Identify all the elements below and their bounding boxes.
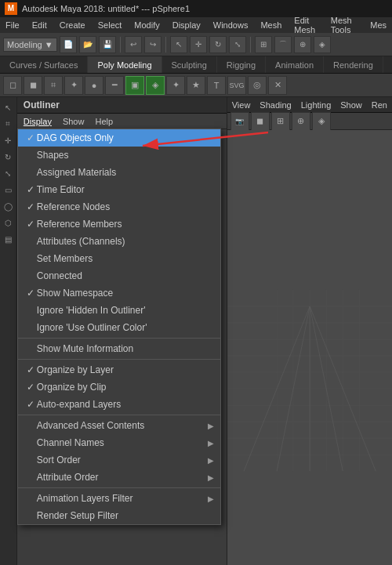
tb2-close[interactable]: ✕ (268, 76, 287, 95)
redo-button[interactable]: ↪ (144, 36, 162, 53)
tb2-paint[interactable]: ✦ (64, 76, 83, 95)
dd-time-editor[interactable]: ✓ Time Editor (18, 181, 220, 198)
dd-organize-by-layer[interactable]: ✓ Organize by Layer (18, 361, 220, 378)
dd-organize-by-clip[interactable]: ✓ Organize by Clip (18, 378, 220, 396)
new-scene-button[interactable]: 📄 (60, 36, 77, 53)
arrow-advanced-asset-contents: ▶ (208, 422, 214, 430)
dd-ignore-outliner-color[interactable]: Ignore 'Use Outliner Color' (18, 319, 220, 336)
select-tool[interactable]: ↖ (170, 36, 187, 53)
dd-shapes[interactable]: Shapes (18, 147, 220, 164)
tb2-lasso[interactable]: ⌗ (44, 76, 63, 95)
dd-label-ignore-hidden: Ignore 'Hidden In Outliner' (37, 305, 214, 316)
sphere-icon[interactable]: ⬡ (1, 215, 15, 230)
tab-sculpting[interactable]: Sculpting (162, 56, 217, 73)
menu-select[interactable]: Select (96, 20, 125, 30)
vp-grid-icon[interactable]: ⊞ (271, 112, 290, 131)
tb2-text[interactable]: T (207, 76, 226, 95)
move-icon[interactable]: ✛ (1, 133, 15, 147)
rect-select-icon[interactable]: ▭ (1, 183, 15, 197)
menu-edit[interactable]: Edit (30, 20, 49, 30)
vp-shading-icon[interactable]: ◼ (251, 112, 270, 131)
tab-rendering[interactable]: Rendering (324, 56, 383, 73)
toolbar2: ◻ ◼ ⌗ ✦ ● ━ ▣ ◈ ✦ ★ T SVG ◎ ✕ (0, 74, 392, 97)
undo-button[interactable]: ↩ (125, 36, 142, 53)
menu-edit-mesh[interactable]: Edit Mesh (292, 16, 320, 34)
tb2-uvs[interactable]: ◈ (146, 76, 165, 95)
tab-curves-surfaces[interactable]: Curves / Surfaces (0, 56, 88, 73)
tb2-svg[interactable]: SVG (227, 76, 246, 95)
menu-modify[interactable]: Modify (132, 20, 162, 30)
vp-camera-icon[interactable]: 📷 (230, 112, 249, 131)
dd-attribute-order[interactable]: Attribute Order ▶ (18, 469, 220, 486)
outliner-menu-show[interactable]: Show (63, 117, 85, 126)
viewport-menu-show[interactable]: Show (340, 100, 362, 110)
lasso-icon[interactable]: ⌗ (1, 117, 15, 131)
dd-label-ignore-outliner-color: Ignore 'Use Outliner Color' (37, 322, 214, 333)
outliner-menu-help[interactable]: Help (95, 117, 113, 126)
snap-view-button[interactable]: ◈ (314, 36, 331, 53)
dd-auto-expand-layers[interactable]: ✓ Auto-expand Layers (18, 396, 220, 413)
dd-attributes-channels[interactable]: Attributes (Channels) (18, 233, 220, 250)
vp-select-icon[interactable]: ◈ (312, 112, 331, 131)
viewport-menu-lighting[interactable]: Lighting (301, 100, 332, 110)
open-scene-button[interactable]: 📂 (79, 36, 96, 53)
dd-label-show-namespace: Show Namespace (37, 288, 214, 299)
menu-mesh-tools[interactable]: Mesh Tools (328, 16, 360, 34)
menu-file[interactable]: File (3, 20, 22, 30)
tb2-camera[interactable]: ◎ (248, 76, 267, 95)
scale-tool[interactable]: ⤡ (229, 36, 246, 53)
sculpt-icon[interactable]: ◯ (1, 199, 15, 213)
menu-mes[interactable]: Mes (368, 20, 389, 30)
menu-mesh[interactable]: Mesh (258, 20, 284, 30)
scale-icon[interactable]: ⤡ (1, 166, 15, 180)
3d-viewport[interactable] (227, 130, 392, 565)
dd-sort-order[interactable]: Sort Order ▶ (18, 451, 220, 469)
menu-create[interactable]: Create (57, 20, 88, 30)
tb2-select-all[interactable]: ◻ (3, 76, 22, 95)
tb2-select-none[interactable]: ◼ (24, 76, 42, 95)
dd-render-setup-filter[interactable]: Render Setup Filter (18, 507, 220, 524)
tb2-face[interactable]: ▣ (125, 76, 144, 95)
viewport-menu-ren[interactable]: Ren (372, 100, 387, 110)
tb2-multi[interactable]: ✦ (166, 76, 185, 95)
rotate-icon[interactable]: ↻ (1, 150, 15, 164)
move-tool[interactable]: ✛ (190, 36, 207, 53)
dd-connected[interactable]: Connected (18, 267, 220, 284)
dd-set-members[interactable]: Set Members (18, 250, 220, 267)
tab-animation[interactable]: Animation (266, 56, 324, 73)
dd-assigned-materials[interactable]: Assigned Materials (18, 164, 220, 181)
viewport-menu-shading[interactable]: Shading (260, 100, 291, 110)
tb2-vertex[interactable]: ● (85, 76, 103, 95)
viewport-menu-view[interactable]: View (232, 100, 251, 110)
vp-snap-icon[interactable]: ⊕ (292, 112, 310, 131)
dd-label-set-members: Set Members (37, 253, 214, 264)
dd-animation-layers-filter[interactable]: Animation Layers Filter ▶ (18, 490, 220, 507)
arrow-sort-order: ▶ (208, 456, 214, 465)
tab-rigging[interactable]: Rigging (217, 56, 266, 73)
outliner-menu-display[interactable]: Display (24, 117, 52, 126)
dd-channel-names[interactable]: Channel Names ▶ (18, 434, 220, 451)
select-icon[interactable]: ↖ (1, 100, 15, 114)
title-bar: M Autodesk Maya 2018: untitled* --- pSph… (0, 0, 392, 17)
dd-reference-members[interactable]: ✓ Reference Members (18, 215, 220, 233)
dd-ignore-hidden[interactable]: Ignore 'Hidden In Outliner' (18, 302, 220, 319)
rotate-tool[interactable]: ↻ (209, 36, 227, 53)
menu-windows[interactable]: Windows (211, 20, 251, 30)
save-scene-button[interactable]: 💾 (99, 36, 116, 53)
snap-point-button[interactable]: ⊕ (294, 36, 311, 53)
snap-curve-button[interactable]: ⌒ (274, 36, 292, 53)
dd-label-channel-names: Channel Names (37, 437, 208, 448)
tb2-star[interactable]: ★ (187, 76, 205, 95)
dd-show-namespace[interactable]: ✓ Show Namespace (18, 284, 220, 302)
dd-dag-objects-only[interactable]: ✓ DAG Objects Only (18, 129, 220, 147)
dd-reference-nodes[interactable]: ✓ Reference Nodes (18, 198, 220, 215)
dd-advanced-asset-contents[interactable]: Advanced Asset Contents ▶ (18, 417, 220, 434)
check-organize-by-layer: ✓ (24, 364, 37, 375)
tab-poly-modeling[interactable]: Poly Modeling (88, 56, 162, 73)
dd-show-mute-info[interactable]: Show Mute Information (18, 340, 220, 357)
snap-grid-button[interactable]: ⊞ (255, 36, 272, 53)
layers-icon[interactable]: ▤ (1, 232, 15, 246)
tb2-edge[interactable]: ━ (105, 76, 124, 95)
menu-display[interactable]: Display (170, 20, 203, 30)
modeling-dropdown[interactable]: Modeling ▼ (3, 38, 57, 52)
